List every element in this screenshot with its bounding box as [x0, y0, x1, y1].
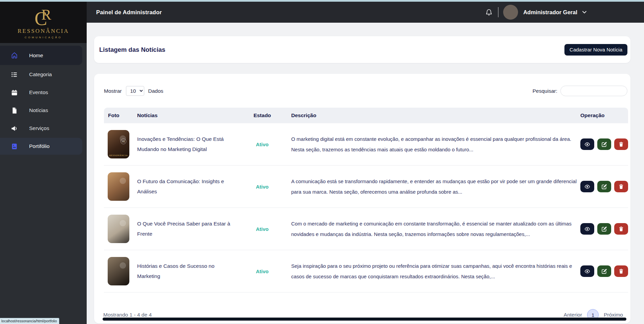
create-news-button[interactable]: Cadastrar Nova Notícia: [564, 44, 627, 56]
sidebar-item-label: Portifólio: [29, 143, 49, 149]
window-top-strip: [0, 0, 644, 2]
svg-text:R: R: [41, 6, 51, 23]
table-header-row: Foto Notícias Estado Descrição Operação: [104, 108, 628, 123]
eye-icon: [584, 142, 590, 147]
edit-icon: [601, 226, 607, 232]
col-header-estado: Estado: [236, 112, 288, 118]
photo-cell: [104, 172, 134, 201]
top-header: Painel de Administrador Administrador Ge…: [87, 2, 644, 23]
eye-icon: [584, 268, 590, 274]
edit-button[interactable]: [597, 223, 611, 235]
sidebar-item-label: Categoria: [29, 71, 52, 78]
delete-button[interactable]: [614, 223, 628, 235]
horizontal-scrollbar[interactable]: [103, 318, 626, 321]
table-row: O Futuro da Comunicação: Insights e Anál…: [104, 166, 628, 208]
edit-icon: [601, 184, 607, 190]
news-table-card: Mostrar 10 Dados Pesquisar: Foto Notícia…: [94, 74, 630, 323]
news-table: Foto Notícias Estado Descrição Operação …: [104, 108, 628, 293]
edit-button[interactable]: [597, 181, 611, 192]
delete-button[interactable]: [614, 181, 628, 192]
trash-icon: [618, 268, 624, 274]
news-title: Histórias e Casos de Sucesso no Marketin…: [134, 261, 236, 281]
header-divider: [498, 7, 498, 17]
edit-button[interactable]: [597, 265, 611, 277]
news-title: O Futuro da Comunicação: Insights e Anál…: [134, 176, 236, 197]
status-badge: Ativo: [236, 184, 288, 190]
status-badge: Ativo: [236, 142, 288, 147]
col-header-descricao: Descrição: [288, 112, 577, 118]
news-photo: [108, 172, 129, 201]
bell-icon: [485, 8, 493, 16]
brand-name: RESSONÂNCIA: [18, 28, 69, 35]
status-badge: Ativo: [236, 268, 288, 274]
app-title: Painel de Administrador: [96, 9, 162, 16]
list-icon: [10, 71, 18, 78]
table-body: AIRESSONÂNCIA Inovações e Tendências: O …: [104, 123, 628, 293]
table-row: O Que Você Precisa Saber para Estar à Fr…: [104, 208, 628, 250]
news-title: Inovações e Tendências: O Que Está Mudan…: [134, 134, 236, 154]
news-description: Com o mercado de marketing e comunicação…: [288, 218, 577, 239]
news-description: A comunicação está se transformando rapi…: [288, 176, 577, 197]
show-label: Mostrar: [104, 88, 122, 94]
eye-icon: [584, 184, 590, 190]
brand-monogram-icon: C R: [30, 6, 57, 27]
notifications-bell-button[interactable]: [485, 8, 493, 16]
row-actions: [577, 138, 628, 150]
calendar-icon: [10, 89, 18, 96]
view-button[interactable]: [580, 138, 594, 150]
trash-icon: [618, 184, 624, 190]
view-button[interactable]: [580, 265, 594, 277]
delete-button[interactable]: [614, 138, 628, 150]
search-label: Pesquisar:: [533, 88, 557, 94]
news-photo: [108, 257, 129, 285]
file-icon: [10, 107, 18, 114]
avatar: [503, 5, 518, 20]
user-menu[interactable]: Administrador Geral: [503, 5, 587, 20]
status-badge: Ativo: [236, 226, 288, 232]
sidebar-item-eventos[interactable]: Eventos: [0, 84, 82, 101]
sidebar: C R RESSONÂNCIA COMUNICAÇÃO Home Catego: [0, 2, 87, 324]
eye-icon: [584, 226, 590, 232]
show-suffix-label: Dados: [148, 88, 164, 94]
row-actions: [577, 265, 628, 277]
sidebar-item-label: Eventos: [29, 89, 48, 95]
page-size-group: Mostrar 10 Dados: [104, 86, 163, 96]
sidebar-item-home[interactable]: Home: [0, 46, 82, 65]
user-name: Administrador Geral: [523, 9, 577, 16]
sidebar-item-portifolio[interactable]: Portifólio: [0, 138, 82, 155]
sidebar-item-noticias[interactable]: Notícias: [0, 102, 82, 119]
results-summary: Mostrando 1 - 4 de 4: [103, 312, 152, 318]
search-input[interactable]: [560, 86, 627, 96]
view-button[interactable]: [580, 223, 594, 235]
trash-icon: [618, 142, 624, 147]
trash-icon: [618, 226, 624, 232]
delete-button[interactable]: [614, 265, 628, 277]
news-photo: AIRESSONÂNCIA: [108, 130, 129, 158]
news-description: Seja inspiração para o seu próximo proje…: [288, 261, 577, 282]
next-page-button[interactable]: Próximo: [604, 312, 623, 318]
edit-icon: [601, 268, 607, 274]
search-group: Pesquisar:: [533, 86, 627, 96]
previous-page-button[interactable]: Anterior: [564, 312, 582, 318]
home-icon: [10, 52, 18, 59]
photo-cell: [104, 257, 134, 285]
row-actions: [577, 223, 628, 235]
view-button[interactable]: [580, 181, 594, 192]
page-title: Listagem das Notícias: [99, 46, 165, 53]
sidebar-item-servicos[interactable]: Serviços: [0, 120, 82, 137]
table-controls: Mostrar 10 Dados Pesquisar:: [94, 74, 630, 96]
page-size-select[interactable]: 10: [126, 86, 144, 96]
main-content: Listagem das Notícias Cadastrar Nova Not…: [87, 23, 644, 324]
col-header-operacao: Operação: [577, 112, 628, 118]
browser-status-link: localhost/ressonancia/html/portfolio: [0, 318, 59, 324]
row-actions: [577, 181, 628, 192]
edit-icon: [601, 142, 607, 147]
image-file-icon: [10, 143, 18, 150]
sidebar-item-categoria[interactable]: Categoria: [0, 66, 82, 83]
header-right-group: Administrador Geral: [485, 5, 587, 20]
sidebar-item-label: Home: [29, 52, 43, 59]
news-photo: [108, 215, 129, 243]
edit-button[interactable]: [597, 138, 611, 150]
photo-cell: AIRESSONÂNCIA: [104, 130, 134, 158]
sidebar-menu: Home Categoria Eventos: [0, 46, 87, 155]
